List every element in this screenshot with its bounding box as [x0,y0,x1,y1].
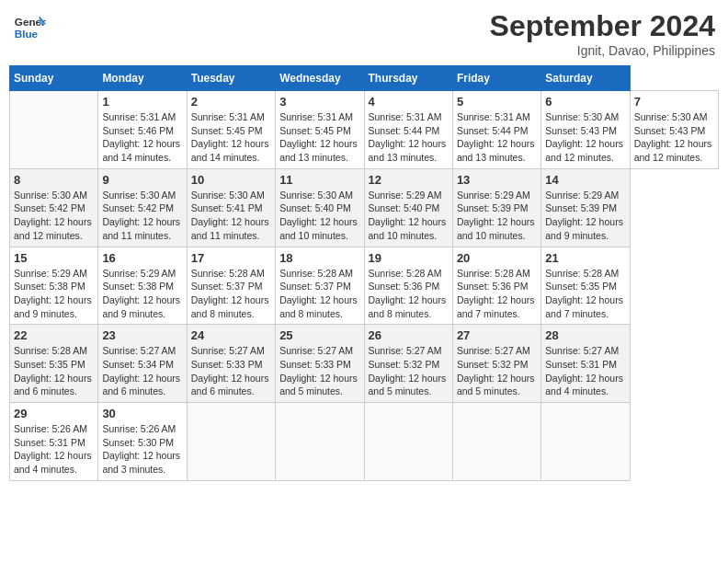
day-number: 19 [369,251,449,265]
day-number: 23 [102,328,182,342]
weekday-header-wednesday: Wednesday [276,66,364,91]
day-info: Sunrise: 5:31 AM Sunset: 5:44 PM Dayligh… [369,110,449,165]
calendar-table: SundayMondayTuesdayWednesdayThursdayFrid… [9,65,719,481]
day-info: Sunrise: 5:30 AM Sunset: 5:42 PM Dayligh… [14,189,94,243]
day-info: Sunrise: 5:31 AM Sunset: 5:45 PM Dayligh… [191,110,271,165]
calendar-cell: 28Sunrise: 5:27 AM Sunset: 5:31 PM Dayli… [541,325,630,403]
calendar-cell: 16Sunrise: 5:29 AM Sunset: 5:38 PM Dayli… [98,247,187,325]
calendar-week-3: 22Sunrise: 5:28 AM Sunset: 5:35 PM Dayli… [10,325,719,403]
day-number: 3 [279,95,359,109]
page-header: General Blue September 2024 Ignit, Davao… [9,9,719,58]
calendar-cell: 14Sunrise: 5:29 AM Sunset: 5:39 PM Dayli… [541,168,630,247]
day-number: 24 [191,328,271,342]
day-info: Sunrise: 5:28 AM Sunset: 5:37 PM Dayligh… [191,267,271,321]
calendar-cell: 26Sunrise: 5:27 AM Sunset: 5:32 PM Dayli… [364,325,452,403]
calendar-body: 1Sunrise: 5:31 AM Sunset: 5:46 PM Daylig… [10,91,719,481]
calendar-cell: 25Sunrise: 5:27 AM Sunset: 5:33 PM Dayli… [276,325,364,403]
calendar-cell: 19Sunrise: 5:28 AM Sunset: 5:36 PM Dayli… [364,247,452,325]
calendar-cell: 3Sunrise: 5:31 AM Sunset: 5:45 PM Daylig… [276,91,364,169]
calendar-cell [541,403,630,481]
calendar-cell [364,403,452,481]
day-number: 5 [457,95,537,109]
calendar-cell: 7Sunrise: 5:30 AM Sunset: 5:43 PM Daylig… [630,91,718,169]
calendar-cell: 12Sunrise: 5:29 AM Sunset: 5:40 PM Dayli… [364,168,452,247]
calendar-cell: 17Sunrise: 5:28 AM Sunset: 5:37 PM Dayli… [187,247,275,325]
day-info: Sunrise: 5:30 AM Sunset: 5:43 PM Dayligh… [545,110,625,165]
calendar-cell: 27Sunrise: 5:27 AM Sunset: 5:32 PM Dayli… [452,325,540,403]
calendar-cell: 6Sunrise: 5:30 AM Sunset: 5:43 PM Daylig… [541,91,630,169]
calendar-title: September 2024 [490,9,715,43]
day-number: 10 [191,173,271,187]
day-number: 14 [545,173,625,187]
calendar-subtitle: Ignit, Davao, Philippines [490,43,715,58]
weekday-header-monday: Monday [98,66,187,91]
day-number: 13 [457,173,537,187]
day-info: Sunrise: 5:27 AM Sunset: 5:33 PM Dayligh… [191,344,271,398]
day-info: Sunrise: 5:27 AM Sunset: 5:31 PM Dayligh… [545,344,625,398]
calendar-cell [187,403,275,481]
day-number: 28 [545,328,625,342]
day-number: 25 [279,328,359,342]
day-number: 4 [369,95,449,109]
weekday-header-row: SundayMondayTuesdayWednesdayThursdayFrid… [10,66,719,91]
day-number: 7 [634,95,714,109]
day-number: 11 [279,173,359,187]
day-number: 6 [545,95,625,109]
day-info: Sunrise: 5:30 AM Sunset: 5:42 PM Dayligh… [102,189,182,243]
day-number: 18 [279,251,359,265]
day-number: 9 [102,173,182,187]
day-info: Sunrise: 5:27 AM Sunset: 5:34 PM Dayligh… [102,344,182,398]
calendar-cell: 30Sunrise: 5:26 AM Sunset: 5:30 PM Dayli… [98,403,187,481]
calendar-cell: 8Sunrise: 5:30 AM Sunset: 5:42 PM Daylig… [10,168,98,247]
calendar-cell: 1Sunrise: 5:31 AM Sunset: 5:46 PM Daylig… [98,91,187,169]
day-number: 29 [14,407,94,420]
day-info: Sunrise: 5:28 AM Sunset: 5:37 PM Dayligh… [279,267,359,321]
calendar-cell: 23Sunrise: 5:27 AM Sunset: 5:34 PM Dayli… [98,325,187,403]
day-info: Sunrise: 5:28 AM Sunset: 5:35 PM Dayligh… [545,267,625,321]
day-info: Sunrise: 5:27 AM Sunset: 5:33 PM Dayligh… [279,344,359,398]
day-info: Sunrise: 5:30 AM Sunset: 5:41 PM Dayligh… [191,189,271,243]
calendar-cell: 13Sunrise: 5:29 AM Sunset: 5:39 PM Dayli… [452,168,540,247]
day-info: Sunrise: 5:28 AM Sunset: 5:36 PM Dayligh… [457,267,537,321]
weekday-header-tuesday: Tuesday [187,66,275,91]
calendar-cell: 10Sunrise: 5:30 AM Sunset: 5:41 PM Dayli… [187,168,275,247]
calendar-week-4: 29Sunrise: 5:26 AM Sunset: 5:31 PM Dayli… [10,403,719,481]
logo: General Blue [13,9,46,42]
day-number: 1 [102,95,182,109]
day-info: Sunrise: 5:28 AM Sunset: 5:35 PM Dayligh… [14,344,94,398]
day-number: 15 [14,251,94,265]
day-number: 12 [369,173,449,187]
calendar-cell: 29Sunrise: 5:26 AM Sunset: 5:31 PM Dayli… [10,403,98,481]
calendar-cell: 24Sunrise: 5:27 AM Sunset: 5:33 PM Dayli… [187,325,275,403]
day-info: Sunrise: 5:31 AM Sunset: 5:45 PM Dayligh… [279,110,359,165]
day-info: Sunrise: 5:27 AM Sunset: 5:32 PM Dayligh… [457,344,537,398]
logo-icon: General Blue [13,9,46,42]
day-info: Sunrise: 5:30 AM Sunset: 5:40 PM Dayligh… [279,189,359,243]
calendar-week-1: 8Sunrise: 5:30 AM Sunset: 5:42 PM Daylig… [10,168,719,247]
day-info: Sunrise: 5:29 AM Sunset: 5:38 PM Dayligh… [102,267,182,321]
day-info: Sunrise: 5:28 AM Sunset: 5:36 PM Dayligh… [369,267,449,321]
calendar-cell: 11Sunrise: 5:30 AM Sunset: 5:40 PM Dayli… [276,168,364,247]
calendar-cell: 5Sunrise: 5:31 AM Sunset: 5:44 PM Daylig… [452,91,540,169]
weekday-header-thursday: Thursday [364,66,452,91]
calendar-cell: 20Sunrise: 5:28 AM Sunset: 5:36 PM Dayli… [452,247,540,325]
day-info: Sunrise: 5:27 AM Sunset: 5:32 PM Dayligh… [369,344,449,398]
calendar-cell: 18Sunrise: 5:28 AM Sunset: 5:37 PM Dayli… [276,247,364,325]
svg-text:Blue: Blue [15,28,39,40]
calendar-cell: 9Sunrise: 5:30 AM Sunset: 5:42 PM Daylig… [98,168,187,247]
calendar-week-2: 15Sunrise: 5:29 AM Sunset: 5:38 PM Dayli… [10,247,719,325]
day-number: 26 [369,328,449,342]
day-number: 27 [457,328,537,342]
day-info: Sunrise: 5:26 AM Sunset: 5:30 PM Dayligh… [102,422,182,477]
day-info: Sunrise: 5:31 AM Sunset: 5:44 PM Dayligh… [457,110,537,165]
calendar-cell [276,403,364,481]
calendar-header: SundayMondayTuesdayWednesdayThursdayFrid… [10,66,719,91]
day-info: Sunrise: 5:29 AM Sunset: 5:39 PM Dayligh… [457,189,537,243]
calendar-cell [452,403,540,481]
calendar-week-0: 1Sunrise: 5:31 AM Sunset: 5:46 PM Daylig… [10,91,719,169]
weekday-header-friday: Friday [452,66,540,91]
calendar-cell [10,91,98,169]
day-number: 21 [545,251,625,265]
day-number: 20 [457,251,537,265]
day-info: Sunrise: 5:31 AM Sunset: 5:46 PM Dayligh… [102,110,182,165]
